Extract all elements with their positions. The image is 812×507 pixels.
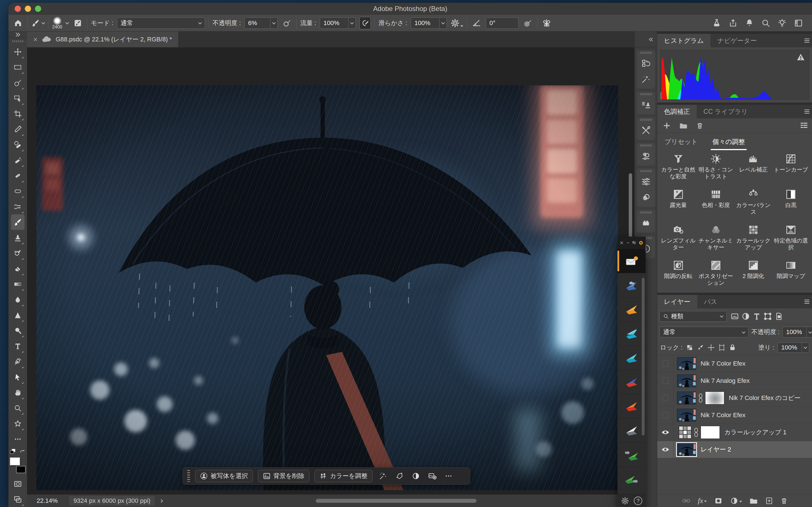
custom-shape-tool[interactable] bbox=[11, 416, 24, 431]
minimize-window-button[interactable] bbox=[25, 6, 31, 12]
clone-stamp-tool[interactable] bbox=[11, 230, 24, 245]
layer-mask-thumbnail[interactable] bbox=[705, 392, 724, 404]
adjustments-panel-button[interactable] bbox=[638, 174, 654, 189]
nik-hdr-efex[interactable] bbox=[617, 322, 646, 346]
adjustment-selective-color[interactable]: 特定色域の選択 bbox=[772, 223, 810, 258]
panel-menu-icon[interactable] bbox=[804, 299, 810, 304]
visibility-toggle[interactable] bbox=[657, 390, 673, 406]
pen-tool[interactable] bbox=[11, 354, 24, 369]
history-panel-button[interactable] bbox=[638, 55, 654, 71]
toolbar-grip[interactable] bbox=[12, 40, 23, 42]
nik-silver-efex[interactable] bbox=[617, 418, 646, 443]
tab-paths[interactable]: パス bbox=[697, 295, 724, 308]
document-size-readout[interactable]: 9324 px x 6000 px (300 ppi) bbox=[69, 496, 155, 506]
layer-thumbnail[interactable] bbox=[677, 443, 696, 456]
lock-position-icon[interactable] bbox=[707, 344, 715, 351]
crop-tool[interactable] bbox=[11, 106, 24, 121]
more-options-button[interactable] bbox=[443, 470, 454, 482]
clone-source-panel-button[interactable] bbox=[638, 97, 654, 113]
adjustment-black-white[interactable]: 白黒 bbox=[772, 187, 810, 222]
layer-thumbnail[interactable] bbox=[677, 357, 696, 370]
panel-menu-icon[interactable] bbox=[804, 109, 810, 114]
dock-expand-button[interactable] bbox=[635, 32, 657, 47]
background-color-swatch[interactable] bbox=[16, 466, 26, 473]
new-adjustment-layer-button[interactable] bbox=[730, 497, 742, 505]
canvas-horizontal-scrollbar[interactable] bbox=[316, 499, 476, 503]
nik-color-efex[interactable] bbox=[617, 297, 646, 322]
adjustment-curves[interactable]: トーンカーブ bbox=[772, 152, 810, 186]
blur-tool[interactable] bbox=[11, 292, 24, 307]
nik-plugin-selected[interactable] bbox=[617, 249, 646, 273]
opacity-input[interactable]: 6% bbox=[245, 17, 278, 29]
opacity-dropdown[interactable] bbox=[270, 18, 277, 29]
zoom-level-field[interactable]: 22.14% bbox=[37, 497, 58, 504]
visibility-toggle[interactable] bbox=[657, 372, 673, 389]
canvas-vertical-scrollbar[interactable] bbox=[629, 173, 632, 238]
brush-preset-picker[interactable]: 2400 bbox=[52, 15, 62, 31]
quick-mask-button[interactable] bbox=[11, 476, 24, 492]
list-view-icon[interactable] bbox=[800, 122, 808, 129]
pressure-opacity-button[interactable] bbox=[282, 17, 293, 29]
patch-tool[interactable] bbox=[11, 183, 24, 199]
smoothing-options-button[interactable] bbox=[451, 17, 463, 29]
visibility-toggle[interactable] bbox=[657, 424, 673, 441]
adjustment-invert[interactable]: 階調の反転 bbox=[659, 258, 697, 293]
notifications-bell-icon[interactable] bbox=[745, 18, 754, 27]
tab-adjustments[interactable]: 色調補正 bbox=[657, 105, 697, 118]
flow-input[interactable]: 100% bbox=[320, 17, 356, 29]
zoom-window-button[interactable] bbox=[35, 6, 41, 12]
screen-mode-button[interactable] bbox=[11, 492, 24, 507]
selection-brush-tool[interactable] bbox=[11, 75, 24, 91]
gear-icon[interactable] bbox=[621, 497, 629, 505]
nik-scrollbar[interactable] bbox=[642, 278, 645, 436]
toolbar-collapse-button[interactable] bbox=[8, 32, 27, 38]
adjustment-gradient-map[interactable]: 階調マップ bbox=[772, 258, 810, 293]
share-icon[interactable] bbox=[728, 18, 738, 27]
object-selection-tool[interactable] bbox=[11, 91, 24, 106]
layer-fill-dropdown[interactable] bbox=[802, 343, 809, 352]
eraser-tool[interactable] bbox=[11, 261, 24, 276]
adjustment-color-balance[interactable]: カラーバランス bbox=[735, 187, 772, 222]
path-selection-tool[interactable] bbox=[11, 369, 24, 385]
filter-pixel-layers-icon[interactable] bbox=[730, 312, 739, 321]
airbrush-toggle-button[interactable] bbox=[359, 17, 371, 29]
document-tab[interactable]: × G88.psdc @ 22.1% (レイヤー 2, RGB/8) * bbox=[27, 32, 178, 47]
sharpen-tool[interactable] bbox=[11, 307, 24, 323]
layer-thumbnail[interactable] bbox=[677, 409, 696, 421]
remove-tool[interactable] bbox=[11, 137, 24, 152]
tab-close-button[interactable]: × bbox=[33, 36, 38, 43]
layer-row[interactable]: Nik 7 Analog Efex bbox=[657, 372, 812, 390]
folder-icon[interactable] bbox=[679, 122, 688, 129]
workspace-panel-icon[interactable] bbox=[794, 18, 803, 27]
filter-adjustment-layers-icon[interactable] bbox=[742, 312, 750, 321]
mask-link-icon[interactable] bbox=[698, 393, 703, 403]
smoothing-input[interactable]: 100% bbox=[411, 17, 447, 29]
content-aware-move-tool[interactable] bbox=[11, 199, 24, 214]
default-colors-icon[interactable] bbox=[10, 448, 16, 455]
search-icon[interactable] bbox=[761, 18, 770, 27]
type-tool[interactable] bbox=[11, 338, 24, 354]
taskbar-drag-handle[interactable] bbox=[187, 470, 190, 482]
subtab-presets[interactable]: プリセット bbox=[663, 135, 699, 149]
hand-tool[interactable] bbox=[11, 385, 24, 400]
swap-colors-icon[interactable] bbox=[19, 448, 26, 455]
delete-layer-icon[interactable] bbox=[780, 497, 788, 505]
adjustment-brightness-contrast[interactable]: 明るさ・コントラスト bbox=[697, 152, 734, 186]
nik-silver-efex-single[interactable] bbox=[617, 346, 646, 370]
dock-grip[interactable] bbox=[641, 212, 651, 214]
adjustment-color-lookup[interactable]: カラールックアップ bbox=[735, 223, 772, 258]
layer-blend-mode-select[interactable]: 通常 bbox=[659, 327, 749, 337]
minimize-icon[interactable] bbox=[626, 240, 630, 245]
nik-sharpener-raw[interactable] bbox=[617, 443, 646, 467]
color-lookup-layer-icon[interactable] bbox=[679, 426, 692, 439]
adjustment-channel-mixer[interactable]: チャンネルミキサー bbox=[697, 223, 734, 258]
healing-brush-tool[interactable] bbox=[11, 168, 24, 183]
layer-row[interactable]: Nik 7 Color Efex bbox=[657, 407, 812, 424]
close-icon[interactable] bbox=[620, 240, 624, 245]
generative-fill-button[interactable] bbox=[377, 470, 389, 482]
layer-fill-input[interactable]: 100% bbox=[777, 342, 809, 353]
add-icon[interactable] bbox=[663, 122, 671, 129]
transform-button[interactable] bbox=[394, 470, 405, 482]
smoothing-dropdown[interactable] bbox=[439, 18, 447, 29]
filter-smart-objects-icon[interactable] bbox=[774, 312, 783, 321]
